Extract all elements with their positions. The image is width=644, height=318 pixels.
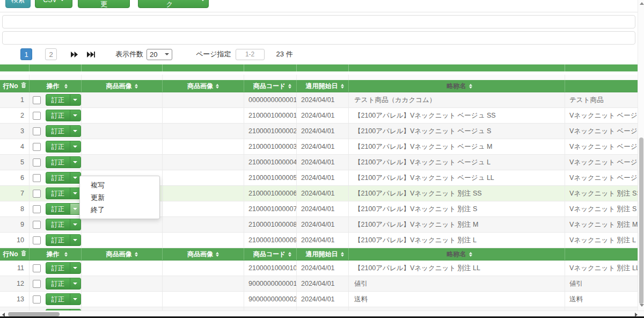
column-header-商品コード[interactable]: 商品コード bbox=[244, 80, 297, 92]
column-header-行No[interactable]: 行No bbox=[0, 80, 30, 92]
edit-split-button[interactable]: 訂正 bbox=[46, 156, 81, 168]
edit-dropdown-toggle[interactable] bbox=[70, 188, 80, 199]
context-menu-item[interactable]: 終了 bbox=[80, 204, 159, 216]
column-header-適用開始日[interactable]: 適用開始日 bbox=[297, 80, 349, 92]
column-header-略称名[interactable]: 略称名 bbox=[349, 248, 565, 260]
row-checkbox[interactable] bbox=[33, 143, 41, 151]
search-condition-panel[interactable] bbox=[2, 15, 635, 28]
context-menu-item[interactable]: 複写 bbox=[80, 179, 159, 191]
row-checkbox[interactable] bbox=[33, 205, 41, 213]
short-name-cell: Vネックニット ベージュ bbox=[565, 124, 638, 139]
column-header-商品画像[interactable]: 商品画像 bbox=[82, 80, 163, 92]
display-count-value: 20 bbox=[150, 50, 157, 59]
page-button-2[interactable]: 2 bbox=[45, 48, 57, 60]
edit-dropdown-toggle[interactable] bbox=[70, 263, 80, 273]
edit-dropdown-toggle[interactable] bbox=[70, 172, 80, 183]
edit-button-label[interactable]: 訂正 bbox=[46, 219, 70, 230]
row-checkbox[interactable] bbox=[33, 221, 41, 229]
row-checkbox[interactable] bbox=[33, 112, 41, 120]
page-button-1[interactable]: 1 bbox=[20, 48, 32, 60]
product-image-cell bbox=[163, 139, 244, 154]
column-header-略称名[interactable]: 略称名 bbox=[349, 80, 565, 92]
edit-dropdown-toggle[interactable] bbox=[70, 294, 80, 305]
column-header-適用開始日[interactable]: 適用開始日 bbox=[297, 248, 349, 260]
column-header-商品画像[interactable]: 商品画像 bbox=[163, 248, 244, 260]
csv-dropdown-button[interactable]: CSV bbox=[35, 0, 72, 8]
edit-split-button[interactable]: 訂正 bbox=[46, 234, 81, 246]
edit-button-label[interactable]: 訂正 bbox=[46, 157, 70, 168]
edit-dropdown-toggle[interactable] bbox=[70, 235, 80, 245]
row-checkbox[interactable] bbox=[33, 190, 41, 198]
table-top-band-cell bbox=[565, 64, 638, 71]
scroll-up-arrow-icon[interactable] bbox=[640, 2, 644, 5]
short-name-cell: Vネックニット 別注 S bbox=[565, 201, 638, 216]
table-top-band-cell bbox=[0, 64, 30, 71]
edit-split-button[interactable]: 訂正 bbox=[46, 203, 81, 215]
search-condition-stock-button[interactable]: 検索条件のストック bbox=[138, 0, 209, 8]
edit-split-button[interactable]: 訂正 bbox=[46, 125, 81, 137]
scroll-down-arrow-icon[interactable] bbox=[640, 304, 644, 307]
edit-button-label[interactable]: 訂正 bbox=[46, 188, 70, 199]
edit-dropdown-toggle[interactable] bbox=[70, 126, 80, 136]
display-count-select[interactable]: 20 bbox=[147, 49, 172, 60]
edit-dropdown-toggle[interactable] bbox=[70, 278, 80, 289]
edit-dropdown-toggle[interactable] bbox=[70, 141, 80, 152]
page-spec-input[interactable] bbox=[236, 49, 265, 60]
output-items-change-label: 出力項目の変更 bbox=[82, 0, 126, 9]
column-header-商品画像[interactable]: 商品画像 bbox=[163, 80, 244, 92]
row-checkbox[interactable] bbox=[33, 295, 41, 303]
edit-dropdown-toggle[interactable] bbox=[70, 219, 80, 230]
row-checkbox[interactable] bbox=[33, 158, 41, 167]
search-button[interactable]: 検索 bbox=[5, 0, 31, 8]
edit-split-button[interactable]: 訂正 bbox=[46, 172, 81, 184]
edit-dropdown-toggle[interactable] bbox=[70, 95, 80, 105]
edit-dropdown-toggle[interactable] bbox=[70, 110, 80, 121]
search-condition-panel-secondary[interactable] bbox=[2, 31, 635, 45]
horizontal-scrollbar-thumb[interactable] bbox=[8, 312, 60, 316]
row-checkbox[interactable] bbox=[33, 280, 41, 288]
edit-button-label[interactable]: 訂正 bbox=[46, 95, 70, 105]
vertical-scrollbar-thumb[interactable] bbox=[639, 138, 643, 304]
column-header-商品コード[interactable]: 商品コード bbox=[244, 248, 297, 260]
edit-button-label[interactable]: 訂正 bbox=[46, 141, 70, 152]
row-checkbox[interactable] bbox=[33, 96, 41, 104]
edit-split-button[interactable]: 訂正 bbox=[46, 262, 81, 274]
edit-split-button[interactable]: 訂正 bbox=[46, 219, 81, 230]
column-header-label: 行No bbox=[3, 82, 18, 91]
row-checkbox[interactable] bbox=[33, 127, 41, 135]
edit-split-button[interactable]: 訂正 bbox=[46, 141, 81, 153]
start-date-cell: 2024/04/01 bbox=[297, 217, 349, 232]
sort-icon bbox=[341, 252, 344, 257]
edit-button-label[interactable]: 訂正 bbox=[46, 204, 70, 214]
context-menu-item[interactable]: 更新 bbox=[80, 191, 159, 204]
edit-split-button[interactable]: 訂正 bbox=[46, 110, 81, 121]
edit-split-button[interactable]: 訂正 bbox=[46, 187, 81, 199]
trash-icon[interactable] bbox=[21, 250, 26, 258]
edit-button-label[interactable]: 訂正 bbox=[46, 294, 70, 305]
edit-button-label[interactable]: 訂正 bbox=[46, 172, 70, 183]
column-header-操作[interactable]: 操作 bbox=[30, 80, 82, 92]
row-checkbox[interactable] bbox=[33, 264, 41, 272]
caret-down-icon bbox=[73, 223, 77, 226]
edit-split-button[interactable]: 訂正 bbox=[46, 293, 81, 305]
operation-cell: 訂正 bbox=[30, 292, 82, 307]
vertical-scrollbar[interactable] bbox=[638, 0, 644, 310]
trash-icon[interactable] bbox=[21, 82, 26, 90]
column-header-行No[interactable]: 行No bbox=[0, 248, 30, 260]
edit-button-label[interactable]: 訂正 bbox=[46, 263, 70, 273]
edit-button-label[interactable]: 訂正 bbox=[46, 126, 70, 136]
row-checkbox[interactable] bbox=[33, 236, 41, 244]
row-checkbox[interactable] bbox=[33, 174, 41, 182]
edit-button-label[interactable]: 訂正 bbox=[46, 278, 70, 289]
column-header-操作[interactable]: 操作 bbox=[30, 248, 82, 260]
edit-button-label[interactable]: 訂正 bbox=[46, 110, 70, 121]
edit-button-label[interactable]: 訂正 bbox=[46, 235, 70, 245]
next-pages-button[interactable] bbox=[71, 52, 78, 57]
edit-dropdown-toggle[interactable] bbox=[70, 157, 80, 168]
edit-split-button[interactable]: 訂正 bbox=[46, 278, 81, 290]
edit-split-button[interactable]: 訂正 bbox=[46, 94, 81, 106]
column-header-商品画像[interactable]: 商品画像 bbox=[82, 248, 163, 260]
output-items-change-button[interactable]: 出力項目の変更 bbox=[78, 0, 130, 8]
edit-dropdown-toggle[interactable] bbox=[70, 204, 80, 214]
last-page-button[interactable] bbox=[87, 52, 95, 57]
